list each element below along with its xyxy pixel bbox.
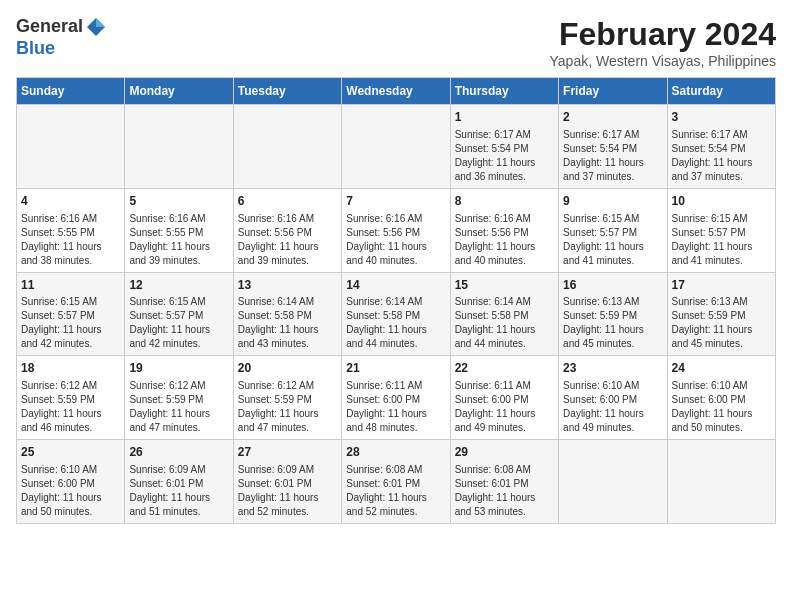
calendar-cell: 20Sunrise: 6:12 AM Sunset: 5:59 PM Dayli… [233,356,341,440]
day-number: 21 [346,360,445,377]
day-number: 18 [21,360,120,377]
calendar-cell: 29Sunrise: 6:08 AM Sunset: 6:01 PM Dayli… [450,440,558,524]
calendar-cell: 25Sunrise: 6:10 AM Sunset: 6:00 PM Dayli… [17,440,125,524]
calendar-cell: 7Sunrise: 6:16 AM Sunset: 5:56 PM Daylig… [342,188,450,272]
day-info: Sunrise: 6:09 AM Sunset: 6:01 PM Dayligh… [238,463,337,519]
calendar-cell [667,440,775,524]
day-number: 10 [672,193,771,210]
calendar-cell: 16Sunrise: 6:13 AM Sunset: 5:59 PM Dayli… [559,272,667,356]
calendar-cell: 23Sunrise: 6:10 AM Sunset: 6:00 PM Dayli… [559,356,667,440]
col-header-wednesday: Wednesday [342,78,450,105]
day-number: 13 [238,277,337,294]
day-info: Sunrise: 6:14 AM Sunset: 5:58 PM Dayligh… [346,295,445,351]
calendar-cell: 6Sunrise: 6:16 AM Sunset: 5:56 PM Daylig… [233,188,341,272]
calendar-cell: 12Sunrise: 6:15 AM Sunset: 5:57 PM Dayli… [125,272,233,356]
day-info: Sunrise: 6:10 AM Sunset: 6:00 PM Dayligh… [563,379,662,435]
day-number: 1 [455,109,554,126]
logo: General Blue [16,16,107,60]
calendar-cell: 1Sunrise: 6:17 AM Sunset: 5:54 PM Daylig… [450,105,558,189]
calendar-cell: 24Sunrise: 6:10 AM Sunset: 6:00 PM Dayli… [667,356,775,440]
calendar-cell: 28Sunrise: 6:08 AM Sunset: 6:01 PM Dayli… [342,440,450,524]
calendar-week-4: 18Sunrise: 6:12 AM Sunset: 5:59 PM Dayli… [17,356,776,440]
logo-blue: Blue [16,38,107,60]
day-number: 2 [563,109,662,126]
calendar-cell: 22Sunrise: 6:11 AM Sunset: 6:00 PM Dayli… [450,356,558,440]
calendar-cell: 27Sunrise: 6:09 AM Sunset: 6:01 PM Dayli… [233,440,341,524]
calendar-week-3: 11Sunrise: 6:15 AM Sunset: 5:57 PM Dayli… [17,272,776,356]
day-number: 8 [455,193,554,210]
day-number: 3 [672,109,771,126]
day-number: 4 [21,193,120,210]
calendar-table: SundayMondayTuesdayWednesdayThursdayFrid… [16,77,776,524]
calendar-cell: 2Sunrise: 6:17 AM Sunset: 5:54 PM Daylig… [559,105,667,189]
day-number: 5 [129,193,228,210]
day-info: Sunrise: 6:13 AM Sunset: 5:59 PM Dayligh… [672,295,771,351]
calendar-cell: 14Sunrise: 6:14 AM Sunset: 5:58 PM Dayli… [342,272,450,356]
day-info: Sunrise: 6:08 AM Sunset: 6:01 PM Dayligh… [346,463,445,519]
day-info: Sunrise: 6:10 AM Sunset: 6:00 PM Dayligh… [21,463,120,519]
day-number: 25 [21,444,120,461]
calendar-cell: 17Sunrise: 6:13 AM Sunset: 5:59 PM Dayli… [667,272,775,356]
calendar-cell: 5Sunrise: 6:16 AM Sunset: 5:55 PM Daylig… [125,188,233,272]
calendar-cell: 9Sunrise: 6:15 AM Sunset: 5:57 PM Daylig… [559,188,667,272]
day-number: 11 [21,277,120,294]
calendar-header-row: SundayMondayTuesdayWednesdayThursdayFrid… [17,78,776,105]
day-info: Sunrise: 6:10 AM Sunset: 6:00 PM Dayligh… [672,379,771,435]
day-number: 6 [238,193,337,210]
day-info: Sunrise: 6:12 AM Sunset: 5:59 PM Dayligh… [238,379,337,435]
day-number: 24 [672,360,771,377]
day-info: Sunrise: 6:14 AM Sunset: 5:58 PM Dayligh… [238,295,337,351]
calendar-cell: 3Sunrise: 6:17 AM Sunset: 5:54 PM Daylig… [667,105,775,189]
day-info: Sunrise: 6:15 AM Sunset: 5:57 PM Dayligh… [129,295,228,351]
day-number: 23 [563,360,662,377]
col-header-thursday: Thursday [450,78,558,105]
page-header: General Blue February 2024 Yapak, Wester… [16,16,776,69]
day-info: Sunrise: 6:09 AM Sunset: 6:01 PM Dayligh… [129,463,228,519]
day-info: Sunrise: 6:12 AM Sunset: 5:59 PM Dayligh… [129,379,228,435]
calendar-cell: 15Sunrise: 6:14 AM Sunset: 5:58 PM Dayli… [450,272,558,356]
col-header-saturday: Saturday [667,78,775,105]
day-number: 14 [346,277,445,294]
day-number: 17 [672,277,771,294]
calendar-cell [125,105,233,189]
day-number: 20 [238,360,337,377]
day-info: Sunrise: 6:14 AM Sunset: 5:58 PM Dayligh… [455,295,554,351]
day-info: Sunrise: 6:17 AM Sunset: 5:54 PM Dayligh… [455,128,554,184]
calendar-cell [342,105,450,189]
col-header-tuesday: Tuesday [233,78,341,105]
day-info: Sunrise: 6:16 AM Sunset: 5:56 PM Dayligh… [346,212,445,268]
logo-general: General [16,16,83,36]
day-info: Sunrise: 6:15 AM Sunset: 5:57 PM Dayligh… [563,212,662,268]
day-number: 15 [455,277,554,294]
day-info: Sunrise: 6:16 AM Sunset: 5:55 PM Dayligh… [21,212,120,268]
day-number: 29 [455,444,554,461]
day-number: 28 [346,444,445,461]
location: Yapak, Western Visayas, Philippines [550,53,776,69]
calendar-cell [17,105,125,189]
day-info: Sunrise: 6:11 AM Sunset: 6:00 PM Dayligh… [346,379,445,435]
day-number: 12 [129,277,228,294]
calendar-cell: 13Sunrise: 6:14 AM Sunset: 5:58 PM Dayli… [233,272,341,356]
title-block: February 2024 Yapak, Western Visayas, Ph… [550,16,776,69]
logo-icon [85,16,107,38]
calendar-cell: 18Sunrise: 6:12 AM Sunset: 5:59 PM Dayli… [17,356,125,440]
day-info: Sunrise: 6:15 AM Sunset: 5:57 PM Dayligh… [672,212,771,268]
day-info: Sunrise: 6:12 AM Sunset: 5:59 PM Dayligh… [21,379,120,435]
calendar-cell: 4Sunrise: 6:16 AM Sunset: 5:55 PM Daylig… [17,188,125,272]
col-header-sunday: Sunday [17,78,125,105]
calendar-week-2: 4Sunrise: 6:16 AM Sunset: 5:55 PM Daylig… [17,188,776,272]
col-header-monday: Monday [125,78,233,105]
day-number: 27 [238,444,337,461]
day-info: Sunrise: 6:17 AM Sunset: 5:54 PM Dayligh… [672,128,771,184]
calendar-cell: 26Sunrise: 6:09 AM Sunset: 6:01 PM Dayli… [125,440,233,524]
calendar-cell [559,440,667,524]
day-number: 7 [346,193,445,210]
day-number: 26 [129,444,228,461]
calendar-cell: 19Sunrise: 6:12 AM Sunset: 5:59 PM Dayli… [125,356,233,440]
svg-marker-1 [96,18,105,27]
day-info: Sunrise: 6:13 AM Sunset: 5:59 PM Dayligh… [563,295,662,351]
calendar-body: 1Sunrise: 6:17 AM Sunset: 5:54 PM Daylig… [17,105,776,524]
day-number: 22 [455,360,554,377]
day-number: 19 [129,360,228,377]
day-info: Sunrise: 6:16 AM Sunset: 5:55 PM Dayligh… [129,212,228,268]
